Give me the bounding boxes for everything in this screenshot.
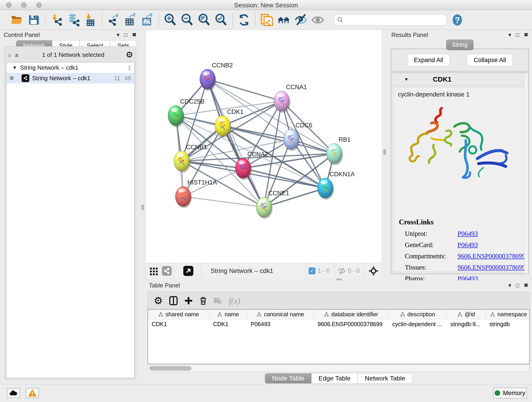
zoom-fit-icon[interactable]: [197, 13, 211, 27]
selected-checkbox-icon[interactable]: ✓: [309, 268, 316, 274]
column-header-id[interactable]: @id: [447, 310, 486, 319]
import-network-icon[interactable]: [50, 13, 63, 27]
results-scrollbar[interactable]: [524, 73, 528, 274]
table-panel-float-icon[interactable]: □: [516, 282, 519, 288]
node-CCNA1[interactable]: CCNA1: [274, 84, 307, 113]
results-panel-close-icon[interactable]: ✖: [524, 32, 528, 38]
node-RB1[interactable]: RB1: [326, 136, 351, 165]
control-panel-title: Control Panel: [4, 32, 40, 38]
crosslink-row: Uniprot: P06493: [399, 230, 525, 237]
grid-view-icon[interactable]: [150, 267, 158, 275]
export-network-icon[interactable]: [107, 13, 120, 27]
network-canvas[interactable]: CCNB2 CCNA1 CDC25B CDK1: [146, 30, 382, 263]
import-table-icon[interactable]: [84, 13, 97, 27]
node-table[interactable]: shared namenamecanonical namedatabase id…: [147, 309, 530, 364]
crosslink-row: GeneCard: P06493: [399, 241, 525, 249]
crosslinks-title: CrossLinks: [399, 218, 525, 226]
selected-counts: 1 - 0: [318, 267, 330, 274]
crosslink-link[interactable]: 9606.ENSP00000378699: [457, 252, 525, 260]
hidden-counts: 0 - 0: [348, 267, 360, 274]
network-view-title: String Network – cdk1: [210, 267, 304, 274]
column-attribute-icon: [490, 312, 495, 317]
zoom-selected-icon[interactable]: [214, 13, 228, 27]
table-row[interactable]: CDK1CDK1P064939606.ENSP00000378699cyclin…: [148, 319, 529, 329]
cloud-icon: [9, 389, 18, 398]
create-column-icon[interactable]: [184, 296, 193, 305]
tab-string[interactable]: String: [446, 39, 474, 50]
crosslink-row: Tissues: 9606.ENSP00000378699: [399, 264, 525, 271]
show-columns-icon[interactable]: [169, 296, 178, 306]
crosslink-label: Tissues:: [405, 264, 457, 271]
function-builder-icon: f(x): [229, 296, 240, 306]
node-label-CDC6: CDC6: [296, 122, 312, 129]
save-session-icon[interactable]: [27, 13, 41, 27]
control-panel-float-icon[interactable]: □: [124, 32, 127, 38]
table-hscrollbar[interactable]: [147, 365, 530, 372]
open-session-icon[interactable]: [10, 13, 24, 27]
right-splitter-handle[interactable]: [383, 149, 386, 155]
column-attribute-icon: [257, 312, 262, 317]
network-tree: ▼ String Network – cdk1 1 String Network…: [6, 62, 134, 378]
node-label-CCNE1: CCNE1: [268, 190, 289, 197]
pan-crosshair-icon[interactable]: [368, 266, 379, 276]
table-hscrollbar-thumb[interactable]: [149, 366, 191, 370]
gene-section-header[interactable]: ▾ CDK1: [391, 73, 528, 86]
help-icon[interactable]: ?: [450, 13, 464, 27]
zoom-in-icon[interactable]: [163, 13, 177, 27]
home-icon[interactable]: [277, 13, 291, 27]
column-header-namespace[interactable]: namespace: [486, 310, 530, 319]
export-table-icon[interactable]: [123, 13, 137, 27]
warning-button[interactable]: [26, 388, 39, 398]
crosslink-link[interactable]: 9606.ENSP00000378699: [457, 264, 525, 271]
crosslink-link[interactable]: P06493: [457, 230, 478, 237]
duplicate-network-icon[interactable]: [260, 13, 274, 27]
import-network-database-icon[interactable]: [67, 13, 80, 27]
network-row[interactable]: String Network – cdk1 11 48: [6, 73, 134, 83]
crosslink-link[interactable]: P06493: [457, 241, 478, 249]
table-panel-collapse-icon[interactable]: ▾: [508, 282, 511, 288]
results-panel-float-icon[interactable]: □: [516, 32, 519, 38]
expand-all-button[interactable]: Expand All: [407, 54, 450, 66]
column-header-name[interactable]: name: [209, 310, 247, 319]
table-panel-close-icon[interactable]: ✖: [524, 282, 528, 288]
control-panel-close-icon[interactable]: ✖: [132, 32, 137, 38]
table-options-gear-icon[interactable]: ⚙: [154, 295, 163, 306]
node-CCNB2[interactable]: CCNB2: [200, 62, 233, 91]
column-header-description[interactable]: description: [389, 310, 447, 319]
left-splitter-handle[interactable]: [141, 204, 144, 211]
expand-all-networks-icon[interactable]: »: [6, 54, 14, 56]
gene-expander-icon[interactable]: ▾: [405, 76, 408, 82]
column-header-sharedname[interactable]: shared name: [148, 310, 209, 319]
network-collection-row[interactable]: ▼ String Network – cdk1 1: [6, 62, 134, 73]
edge-CCNB2-RB1: [208, 79, 334, 153]
node-CDKN1A[interactable]: CDKN1A: [317, 171, 355, 200]
search-input[interactable]: [343, 17, 440, 23]
hidden-eye-icon: [337, 267, 346, 275]
delete-column-icon[interactable]: [199, 296, 208, 305]
zoom-out-icon[interactable]: [180, 13, 194, 27]
control-panel-collapse-icon[interactable]: ▾: [117, 32, 119, 38]
network-share-icon[interactable]: [162, 266, 172, 276]
collapse-all-networks-icon[interactable]: «: [13, 54, 21, 56]
crosslinks-section: CrossLinks Uniprot: P06493GeneCard: P064…: [399, 218, 525, 282]
tab-edge-table[interactable]: Edge Table: [311, 373, 358, 383]
cloud-status-button[interactable]: [7, 388, 20, 398]
column-attribute-icon: [158, 312, 163, 317]
tab-network-table[interactable]: Network Table: [358, 373, 412, 383]
hide-selected-icon[interactable]: [294, 13, 308, 27]
show-all-icon[interactable]: [311, 13, 325, 27]
tab-node-table[interactable]: Node Table: [265, 373, 311, 383]
collapse-all-button[interactable]: Collapse All: [467, 54, 513, 66]
search-box[interactable]: [334, 14, 446, 26]
export-image-icon[interactable]: [140, 13, 154, 27]
crosslink-label: Compartments:: [405, 252, 457, 260]
network-options-gear-icon[interactable]: ⚙: [126, 50, 133, 60]
protein-structure-image: [397, 101, 521, 193]
memory-button[interactable]: Memory: [493, 388, 527, 399]
results-panel-collapse-icon[interactable]: ▾: [508, 32, 511, 38]
column-header-databaseidentifier[interactable]: database identifier: [314, 310, 389, 319]
column-header-canonicalname[interactable]: canonical name: [247, 310, 314, 319]
apply-layout-icon[interactable]: [237, 13, 251, 27]
birds-eye-view-icon[interactable]: [183, 266, 193, 276]
crosslink-row: Compartments: 9606.ENSP00000378699: [399, 252, 525, 260]
